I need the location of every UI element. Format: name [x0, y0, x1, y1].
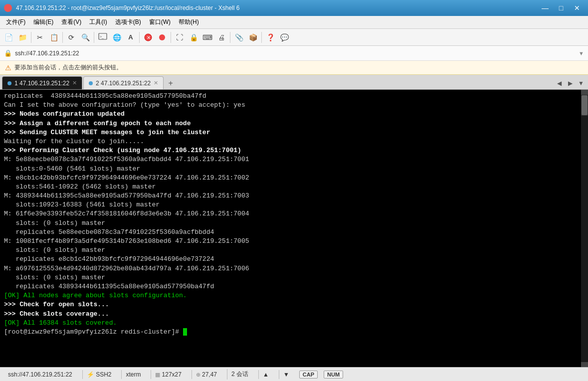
menu-view[interactable]: 查看(V) — [57, 17, 85, 27]
terminal-line: >>> Check slots coverage... — [4, 310, 577, 319]
info-text: 要添加当前会话，点击左侧的箭头按钮。 — [14, 63, 122, 72]
menu-window[interactable]: 窗口(W) — [145, 17, 175, 27]
tab-2-label: 2 47.106.219.251:22 — [96, 80, 151, 87]
terminal-line: M: e8cb1c42bb93bfcfc9f972964944696e0e737… — [4, 174, 577, 183]
status-bar: ssh://47.106.219.251:22 ⚡ SSH2 xterm ▦ 1… — [0, 367, 588, 381]
terminal-line: M: a6976125553e4d94240d872962be80ab434d7… — [4, 264, 577, 273]
scroll-up-icon[interactable]: ▲ — [258, 370, 273, 379]
close-button[interactable]: ✕ — [570, 2, 584, 14]
tab-1-label: 1 47.106.219.251:22 — [14, 80, 69, 87]
scroll-track — [581, 116, 588, 362]
title-bar: 47.106.219.251:22 - root@izwz9ef5sjam9pv… — [0, 0, 588, 16]
toolbar-fullscreen[interactable]: ⛶ — [173, 31, 186, 44]
tab-1[interactable]: 1 47.106.219.251:22 ✕ — [2, 76, 82, 89]
toolbar-open[interactable]: 📁 — [16, 31, 29, 44]
scroll-up-btn[interactable] — [581, 90, 588, 95]
toolbar-stop[interactable]: ✕ — [142, 31, 155, 44]
address-bar: 🔒 ssh://47.106.219.251:22 ▼ — [0, 46, 588, 61]
terminal-line: [OK] All 16384 slots covered. — [4, 319, 577, 328]
terminal[interactable]: replicates 43893444b611395c5a88ee9105ad5… — [0, 90, 581, 367]
scroll-down-icon[interactable]: ▼ — [279, 370, 293, 379]
toolbar-sep-4 — [139, 32, 140, 43]
toolbar-attach[interactable]: 📎 — [232, 31, 245, 44]
tab-2[interactable]: 2 47.106.219.251:22 ✕ — [83, 76, 164, 89]
tab-next-button[interactable]: ▶ — [565, 78, 575, 88]
toolbar-search[interactable]: 🔍 — [79, 31, 92, 44]
toolbar-sep-2 — [62, 32, 63, 43]
maximize-button[interactable]: □ — [554, 2, 568, 14]
toolbar-lock[interactable]: 🔒 — [187, 31, 200, 44]
window-controls: — □ ✕ — [538, 2, 584, 14]
tab-nav: ◀ ▶ ▼ — [554, 78, 586, 89]
svg-point-4 — [159, 34, 165, 40]
toolbar-font[interactable]: A — [124, 31, 137, 44]
tab-2-close[interactable]: ✕ — [154, 80, 158, 86]
status-encoding: xterm — [121, 370, 145, 379]
menu-edit[interactable]: 编辑(E) — [29, 17, 57, 27]
tab-prev-button[interactable]: ◀ — [554, 78, 564, 88]
terminal-line: replicates 5e88eecbe0878c3a7f4910225f536… — [4, 228, 577, 237]
terminal-line: M: 5e88eecbe0878c3a7f4910225f5360a9acfbb… — [4, 155, 577, 164]
tab-1-dot — [7, 81, 11, 85]
terminal-line: replicates 43893444b611395c5a88ee9105ad5… — [4, 92, 577, 101]
menu-help[interactable]: 帮助(H) — [175, 17, 203, 27]
scrollbar[interactable] — [581, 90, 588, 367]
terminal-line: >>> Performing Cluster Check (using node… — [4, 146, 577, 155]
tab-add-button[interactable]: + — [165, 77, 177, 89]
svg-text:✕: ✕ — [147, 35, 151, 40]
tab-bar: 1 47.106.219.251:22 ✕ 2 47.106.219.251:2… — [0, 75, 588, 90]
terminal-line: slots:5461-10922 (5462 slots) master — [4, 183, 577, 191]
terminal-line: slots:10923-16383 (5461 slots) master — [4, 200, 577, 209]
lock-icon: 🔒 — [4, 49, 12, 57]
terminal-line: M: 43893444b611395c5a88ee9105ad577950ba4… — [4, 191, 577, 200]
terminal-line: slots:0-5460 (5461 slots) master — [4, 165, 577, 174]
app-icon — [4, 4, 12, 12]
toolbar-new[interactable]: 📄 — [2, 31, 15, 44]
toolbar-refresh[interactable]: ⟳ — [65, 31, 78, 44]
terminal-wrapper: replicates 43893444b611395c5a88ee9105ad5… — [0, 90, 588, 367]
terminal-line: slots: (0 slots) master — [4, 219, 577, 228]
menu-tabs[interactable]: 选项卡(B) — [111, 17, 145, 27]
toolbar-sep-3 — [94, 32, 94, 43]
cap-badge: CAP — [299, 371, 318, 379]
tab-menu-button[interactable]: ▼ — [576, 78, 586, 88]
toolbar-copy[interactable]: 📋 — [47, 31, 60, 44]
toolbar-terminal[interactable]: >_ — [96, 31, 109, 44]
scrollbar-thumb[interactable] — [582, 95, 588, 115]
toolbar-sep-5 — [171, 32, 171, 43]
menu-bar: 文件(F) 编辑(E) 查看(V) 工具(I) 选项卡(B) 窗口(W) 帮助(… — [0, 16, 588, 29]
terminal-line: slots: (0 slots) master — [4, 273, 577, 282]
toolbar-sep-6 — [230, 32, 230, 43]
toolbar-help[interactable]: ❓ — [264, 31, 277, 44]
ssh-icon: ⚡ — [87, 371, 94, 378]
terminal-line: >>> Check for open slots... — [4, 300, 577, 309]
toolbar-print[interactable]: 🖨 — [215, 31, 228, 44]
minimize-button[interactable]: — — [538, 2, 552, 14]
toolbar-cut[interactable]: ✂ — [33, 31, 46, 44]
terminal-line: Can I set the above configuration? (type… — [4, 101, 577, 110]
info-bar: ⚠ 要添加当前会话，点击左侧的箭头按钮。 — [0, 61, 588, 75]
toolbar: 📄 📁 ✂ 📋 ⟳ 🔍 >_ 🌐 A ✕ ⛶ 🔒 ⌨ 🖨 📎 📦 ❓ 💬 — [0, 29, 588, 46]
toolbar-chat[interactable]: 💬 — [278, 31, 291, 44]
scroll-down-btn[interactable] — [581, 362, 588, 367]
toolbar-keyboard[interactable]: ⌨ — [201, 31, 214, 44]
status-connection: ssh://47.106.219.251:22 — [4, 370, 76, 379]
toolbar-package[interactable]: 📦 — [246, 31, 259, 44]
toolbar-record[interactable] — [156, 31, 169, 44]
tab-1-close[interactable]: ✕ — [72, 80, 77, 86]
terminal-line: >>> Nodes configuration updated — [4, 110, 577, 119]
svg-text:>_: >_ — [100, 35, 104, 39]
status-sessions: 2 会话 — [227, 369, 252, 380]
terminal-line: >>> Sending CLUSTER MEET messages to joi… — [4, 128, 577, 137]
menu-file[interactable]: 文件(F) — [2, 17, 29, 27]
dropdown-icon[interactable]: ▼ — [579, 50, 584, 56]
terminal-line: replicates 43893444b611395c5a88ee9105ad5… — [4, 282, 577, 291]
toolbar-globe[interactable]: 🌐 — [110, 31, 123, 44]
terminal-line: slots: (0 slots) master — [4, 246, 577, 255]
status-protocol: ⚡ SSH2 — [82, 370, 116, 379]
menu-tools[interactable]: 工具(I) — [85, 17, 111, 27]
num-badge: NUM — [324, 371, 343, 379]
terminal-line: Waiting for the cluster to join..... — [4, 137, 577, 146]
window-title: 47.106.219.251:22 - root@izwz9ef5sjam9pv… — [16, 4, 538, 11]
terminal-line: >>> Assign a different config epoch to e… — [4, 119, 577, 128]
